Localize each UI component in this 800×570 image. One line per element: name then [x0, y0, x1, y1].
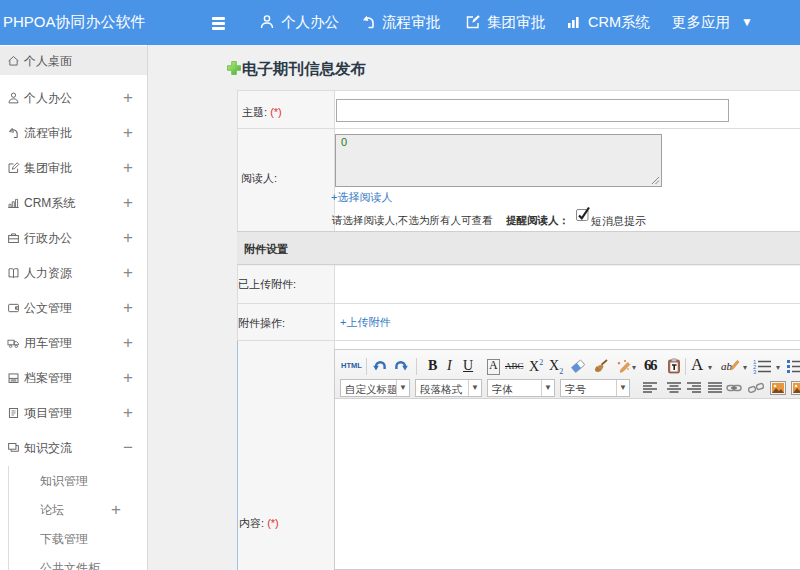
svg-text:3: 3 [753, 369, 757, 375]
